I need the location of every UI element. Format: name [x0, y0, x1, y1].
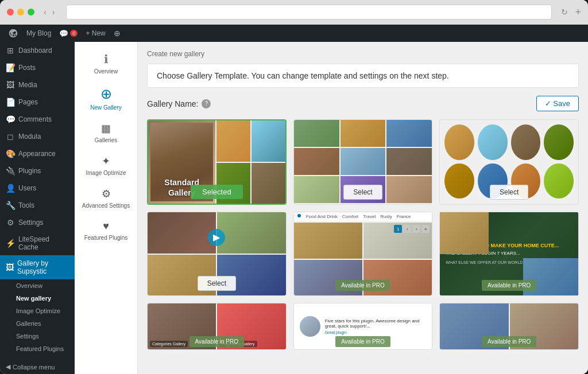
- food-nav-dot: [297, 214, 301, 217]
- sidebar-label-users: Users: [18, 184, 36, 192]
- browser-nav: ‹ ›: [41, 6, 57, 18]
- plugin-nav-new-gallery[interactable]: ⊕ New Gallery: [75, 80, 137, 116]
- plugins-icon: 🔌: [6, 166, 15, 176]
- settings-icon: ⚙: [6, 218, 15, 227]
- submenu-settings[interactable]: Settings: [0, 330, 75, 342]
- maximize-button[interactable]: [28, 9, 34, 15]
- new-tab-button[interactable]: +: [575, 6, 581, 18]
- page-subtitle: Choose Gallery Template. You can change …: [157, 71, 569, 80]
- wp-logo[interactable]: [5, 28, 22, 38]
- plugin-nav-advanced-settings[interactable]: ⚙ Advanced Settings: [75, 182, 137, 215]
- sidebar-item-tools[interactable]: 🔧 Tools: [0, 197, 75, 214]
- gallery-card-categories[interactable]: Categories Gallery Pagination Gallery Av…: [147, 303, 287, 350]
- sidebar-label-appearance: Appearance: [18, 150, 56, 158]
- media-icon: 🖼: [6, 80, 15, 89]
- sidebar-label-settings: Settings: [18, 219, 43, 227]
- sidebar-item-gallery[interactable]: 🖼 Gallery by Supsystic: [0, 255, 75, 279]
- back-button[interactable]: ‹: [41, 6, 49, 18]
- review-label: Great plugin: [325, 330, 427, 334]
- sidebar-item-modula[interactable]: ◻ Modula: [0, 128, 75, 145]
- sidebar-item-dashboard[interactable]: ⊞ Dashboard: [0, 42, 75, 59]
- sidebar-item-litespeed[interactable]: ⚡ LiteSpeed Cache: [0, 231, 75, 255]
- collapse-menu[interactable]: ◀ Collapse menu: [0, 357, 75, 374]
- gallery-card-food[interactable]: Food And Drink Comfort Travel Rusty Fran…: [293, 212, 433, 296]
- pro-badge-categories: Available in PRO: [189, 336, 244, 347]
- admin-sidebar: ⊞ Dashboard 📝 Posts 🖼 Media 📄 Pages 💬 Co…: [0, 42, 75, 374]
- select-button-mosaic[interactable]: Select: [198, 276, 236, 291]
- appearance-icon: 🎨: [6, 149, 15, 158]
- submenu-image-optimize[interactable]: Image Optimize: [0, 305, 75, 317]
- page-dot-1: 1: [394, 225, 402, 233]
- sidebar-item-users[interactable]: 👤 Users: [0, 180, 75, 197]
- new-link[interactable]: + New: [82, 29, 109, 37]
- plugin-nav-featured-plugins[interactable]: ♥ Featured Plugins: [75, 215, 137, 247]
- sidebar-label-plugins: Plugins: [18, 167, 41, 175]
- pages-icon: 📄: [6, 98, 15, 107]
- my-blog-link[interactable]: My Blog: [23, 29, 55, 37]
- gallery-card-blog[interactable]: GREAT IDEAS TO MAKE YOUR HOME CUTE... TH…: [439, 212, 579, 296]
- gallery-card-standard[interactable]: Standard Gallery Sel: [147, 119, 287, 205]
- food-nav-item-4: Rusty: [380, 214, 392, 219]
- page-header: Choose Gallery Template. You can change …: [147, 64, 579, 88]
- plugin-overview-label: Overview: [94, 68, 118, 75]
- plugin-nav-galleries[interactable]: ▦ Galleries: [75, 116, 137, 149]
- sidebar-item-plugins[interactable]: 🔌 Plugins: [0, 162, 75, 180]
- forward-button[interactable]: ›: [50, 6, 57, 18]
- plugin-new-gallery-label: New Gallery: [90, 104, 121, 111]
- sidebar-label-comments: Comments: [18, 115, 52, 123]
- collapse-icon: ◀: [6, 363, 10, 371]
- sidebar-label-modula: Modula: [18, 133, 41, 141]
- galleries-icon: ▦: [101, 122, 111, 135]
- plugin-sidebar: ℹ Overview ⊕ New Gallery ▦ Galleries ✦ I…: [75, 42, 138, 374]
- sidebar-item-appearance[interactable]: 🎨 Appearance: [0, 145, 75, 162]
- sidebar-label-posts: Posts: [18, 64, 36, 72]
- refresh-button[interactable]: ↻: [561, 7, 568, 17]
- select-button-circles[interactable]: Select: [490, 185, 528, 200]
- food-nav-item-2: Comfort: [342, 214, 358, 219]
- sidebar-item-settings[interactable]: ⚙ Settings: [0, 214, 75, 231]
- users-icon: 👤: [6, 184, 15, 193]
- plugin-nav-image-optimize[interactable]: ✦ Image Optimize: [75, 149, 137, 182]
- sidebar-item-pages[interactable]: 📄 Pages: [0, 94, 75, 111]
- new-gallery-icon: ⊕: [100, 86, 112, 102]
- submenu-galleries[interactable]: Galleries: [0, 317, 75, 330]
- select-button-grid[interactable]: Select: [343, 185, 382, 200]
- pro-badge-review: Available in PRO: [335, 336, 390, 347]
- food-nav-item-3: Travel: [363, 214, 376, 219]
- gallery-card-portrait[interactable]: Available in PRO: [439, 303, 579, 350]
- sidebar-item-comments[interactable]: 💬 Comments: [0, 111, 75, 128]
- sidebar-label-pages: Pages: [18, 98, 38, 106]
- plugin-nav-overview[interactable]: ℹ Overview: [75, 46, 137, 80]
- image-optimize-icon: ✦: [102, 155, 110, 167]
- gallery-card-grid[interactable]: Select: [293, 119, 433, 205]
- comments-count: 0: [70, 30, 78, 37]
- address-bar[interactable]: [66, 5, 552, 20]
- minimize-button[interactable]: [17, 9, 24, 15]
- sidebar-item-posts[interactable]: 📝 Posts: [0, 59, 75, 76]
- page-dot-2: ›: [403, 225, 411, 233]
- close-button[interactable]: [7, 9, 14, 15]
- site-name: My Blog: [26, 29, 51, 37]
- help-icon[interactable]: ?: [202, 99, 211, 108]
- submenu-new-gallery[interactable]: New gallery: [0, 292, 75, 305]
- submenu-featured[interactable]: Featured Plugins: [0, 342, 75, 355]
- gallery-card-mosaic[interactable]: ▶ Select: [147, 212, 287, 296]
- page-dot-3: ›: [412, 225, 420, 233]
- comments-icon: 💬: [6, 115, 15, 124]
- sidebar-label-gallery: Gallery by Supsystic: [17, 259, 69, 275]
- gallery-name-label-group: Gallery Name: ?: [147, 99, 211, 108]
- tools-icon: 🔧: [6, 201, 15, 210]
- collapse-label: Collapse menu: [13, 364, 55, 371]
- gallery-icon: 🖼: [6, 263, 14, 272]
- plugin-icon[interactable]: ⊕: [110, 29, 124, 38]
- save-button[interactable]: ✓ Save: [536, 96, 579, 111]
- food-nav-item-1: Food And Drink: [306, 214, 338, 219]
- sidebar-item-media[interactable]: 🖼 Media: [0, 76, 75, 94]
- comments-link[interactable]: 💬 0: [56, 29, 81, 38]
- gallery-card-circles[interactable]: Select: [439, 119, 579, 205]
- gallery-card-review[interactable]: Five stars for this plugin. Awesome desi…: [293, 303, 433, 350]
- submenu-overview[interactable]: Overview: [0, 279, 75, 292]
- gallery-template-grid: Standard Gallery Sel: [147, 119, 579, 350]
- plugin-featured-plugins-label: Featured Plugins: [84, 235, 128, 241]
- selected-button[interactable]: Selected: [191, 185, 243, 199]
